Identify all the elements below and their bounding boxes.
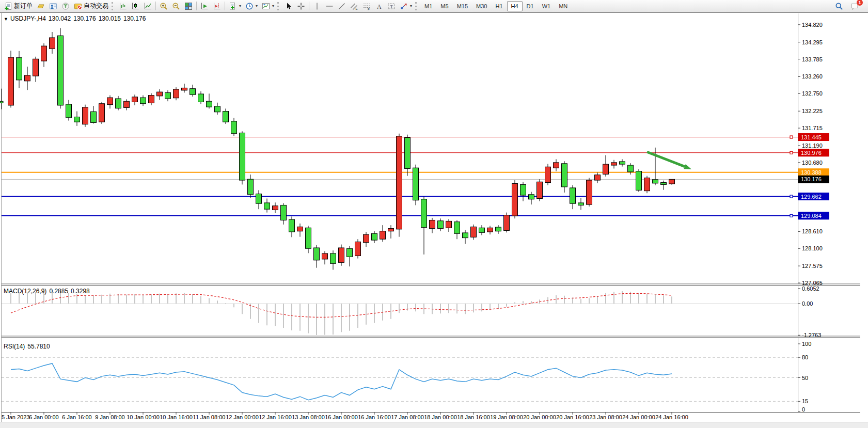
price-chart-area[interactable]: 134.820134.295133.785133.260132.750132.2… xyxy=(0,0,868,428)
candlestick-chart-button[interactable] xyxy=(129,1,141,11)
text-label-button[interactable]: T xyxy=(385,1,398,11)
candle xyxy=(611,163,617,165)
new-order-button[interactable]: 新订单 xyxy=(2,1,35,11)
candle xyxy=(364,234,369,242)
candle xyxy=(620,162,625,164)
candle xyxy=(372,233,377,240)
vertical-line-button[interactable] xyxy=(311,1,323,11)
timeframe-MN[interactable]: MN xyxy=(555,1,572,11)
market-watch-button[interactable] xyxy=(35,1,47,11)
chart-shift-button[interactable] xyxy=(211,1,223,11)
horizontal-line-button[interactable] xyxy=(323,1,336,11)
candle xyxy=(231,121,237,134)
text-button[interactable]: A xyxy=(373,1,385,11)
candle xyxy=(479,228,485,232)
price-tick-label: 131.190 xyxy=(802,142,823,149)
candle xyxy=(595,175,601,180)
zoom-out-button[interactable] xyxy=(170,1,182,11)
timeframe-W1[interactable]: W1 xyxy=(538,1,555,11)
bar-chart-button[interactable] xyxy=(117,1,129,11)
cursor-button[interactable] xyxy=(282,1,295,11)
crosshair-button[interactable] xyxy=(295,1,307,11)
terminal-button[interactable] xyxy=(47,1,59,11)
candle xyxy=(570,188,576,203)
candle xyxy=(322,253,328,259)
toolbar-right-tools: 1 xyxy=(833,1,861,11)
line-handle[interactable] xyxy=(790,151,793,154)
candle xyxy=(388,229,394,231)
fibonacci-button[interactable]: F xyxy=(360,1,373,11)
time-axis-label: 24 Jan 00:00 xyxy=(622,414,655,420)
candle xyxy=(496,227,501,231)
arrows-button[interactable]: ▾ xyxy=(398,1,414,11)
timeframe-H1[interactable]: H1 xyxy=(491,1,507,11)
candle xyxy=(653,180,658,183)
timeframe-H4[interactable]: H4 xyxy=(507,1,523,11)
templates-button[interactable]: ▾ xyxy=(260,1,276,11)
collapse-triangle-icon[interactable]: ▼ xyxy=(4,17,8,22)
rsi-axis-label: 80 xyxy=(802,354,808,360)
rsi-axis-label: 0 xyxy=(802,406,805,413)
gold-bar-icon xyxy=(37,2,45,10)
notifications-button[interactable]: 1 xyxy=(848,1,861,11)
toolbar-separator xyxy=(196,2,197,10)
rsi-name: RSI(14) xyxy=(4,343,25,350)
timeframe-M5[interactable]: M5 xyxy=(436,1,452,11)
candle xyxy=(41,46,47,61)
candle xyxy=(198,94,204,102)
toolbar-grip[interactable] xyxy=(415,2,418,10)
ohlc-close: 130.176 xyxy=(123,15,146,22)
candle xyxy=(562,164,567,187)
macd-name: MACD(12,26,9) xyxy=(4,288,46,295)
line-handle[interactable] xyxy=(790,214,793,217)
timeframe-D1[interactable]: D1 xyxy=(523,1,538,11)
rsi-axis-label: 100 xyxy=(802,341,811,347)
timeframe-M30[interactable]: M30 xyxy=(472,1,491,11)
price-badge-label: 131.445 xyxy=(801,134,822,140)
periods-button[interactable]: ▾ xyxy=(243,1,260,11)
line-handle[interactable] xyxy=(790,136,793,138)
timeframe-M15[interactable]: M15 xyxy=(453,1,472,11)
new-order-label: 新订单 xyxy=(14,2,33,10)
chart-shift-icon xyxy=(213,2,221,10)
time-axis-label: 20 Jan 16:00 xyxy=(556,414,589,420)
autotrade-label: 自动交易 xyxy=(84,2,108,10)
text-icon: A xyxy=(375,2,383,10)
templates-icon xyxy=(262,2,270,10)
trendline-button[interactable] xyxy=(336,1,348,11)
line-chart-button[interactable] xyxy=(141,1,154,11)
candle xyxy=(91,112,97,122)
line-handle[interactable] xyxy=(790,195,793,198)
candle xyxy=(83,107,88,124)
channel-button[interactable]: E xyxy=(348,1,360,11)
price-tick-label: 127.575 xyxy=(802,263,823,269)
timeframe-M1[interactable]: M1 xyxy=(420,1,436,11)
price-tick-label: 128.610 xyxy=(802,228,823,234)
toolbar-grip[interactable] xyxy=(112,2,115,10)
zoom-in-button[interactable] xyxy=(157,1,170,11)
candle xyxy=(545,167,551,182)
candle xyxy=(281,205,287,220)
time-axis-label: 11 Jan 08:00 xyxy=(193,414,226,420)
candle xyxy=(355,242,361,256)
search-button[interactable] xyxy=(833,1,845,11)
toolbar-grip[interactable] xyxy=(277,2,280,10)
indicators-button[interactable]: ▾ xyxy=(227,1,243,11)
svg-text:E: E xyxy=(356,7,358,10)
chevron-down-icon: ▾ xyxy=(239,4,241,8)
candle xyxy=(603,164,609,174)
timeframe-group: M1M5M15M30H1H4D1W1MN xyxy=(420,1,572,11)
candle xyxy=(240,133,245,180)
tile-windows-button[interactable] xyxy=(182,1,195,11)
time-axis-label: 17 Jan 08:00 xyxy=(391,414,424,420)
zoom-out-icon xyxy=(172,2,180,10)
signals-button[interactable] xyxy=(59,1,72,11)
svg-text:T: T xyxy=(390,4,393,9)
toolbar-separator xyxy=(225,2,225,10)
auto-scroll-button[interactable] xyxy=(198,1,211,11)
candle xyxy=(421,199,427,228)
time-axis-label: 6 Jan 00:00 xyxy=(29,414,59,420)
autotrade-button[interactable]: 自动交易 xyxy=(72,1,111,11)
candle xyxy=(297,227,303,231)
time-axis-label: 9 Jan 08:00 xyxy=(95,414,125,420)
